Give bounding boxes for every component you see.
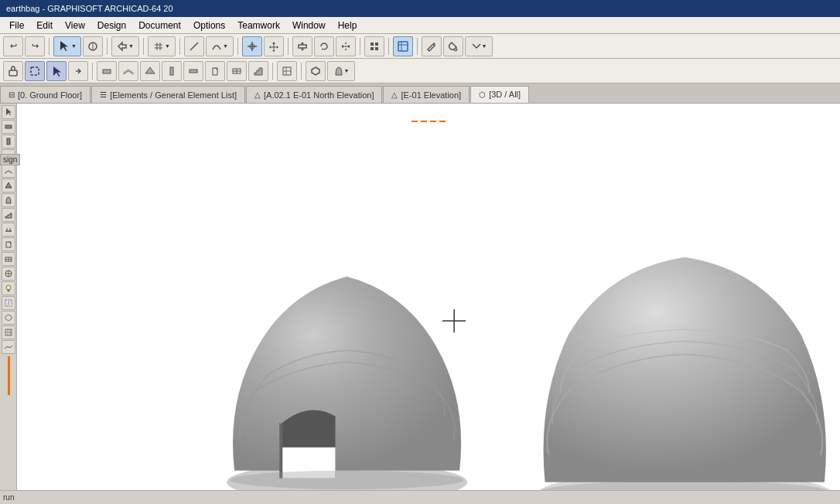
window-tool[interactable]: [227, 61, 247, 81]
sep3: [143, 38, 144, 55]
menu-file[interactable]: File: [3, 19, 30, 32]
pointer-tool[interactable]: ▼: [53, 36, 81, 56]
crosshair-select[interactable]: [242, 36, 262, 56]
canvas-area[interactable]: [17, 104, 840, 504]
svg-rect-16: [398, 42, 408, 51]
sep4: [179, 38, 180, 55]
rotate-tool[interactable]: [314, 36, 334, 56]
sep10: [92, 63, 93, 80]
lbox-morph-tool[interactable]: [2, 311, 15, 325]
tab-e01-elevation[interactable]: △ [E-01 Elevation]: [383, 86, 470, 103]
door-tool[interactable]: [205, 61, 225, 81]
tab-north-elevation[interactable]: △ [A.02.1 E-01 North Elevation]: [246, 86, 382, 103]
lbox-lamp-tool[interactable]: [2, 281, 15, 295]
fill-tool[interactable]: [443, 36, 463, 56]
menu-view[interactable]: View: [59, 19, 91, 32]
lbox-zone-tool[interactable]: Z: [2, 296, 15, 310]
lbox-curtainwall-tool[interactable]: [2, 325, 15, 339]
svg-rect-10: [299, 45, 306, 48]
sep1: [49, 38, 50, 55]
lbox-door-tool[interactable]: [2, 237, 15, 251]
arc-tool[interactable]: ▼: [206, 36, 234, 56]
menu-options[interactable]: Options: [187, 19, 231, 32]
select-btn[interactable]: [25, 61, 45, 81]
dash4: [439, 121, 446, 122]
toolbar-1: ↩ ↪ ▼ ▼ ▼ ▼: [0, 34, 840, 59]
wall-tool[interactable]: [97, 61, 117, 81]
tab-bar: ⊟ [0. Ground Floor] ☰ [Elements / Genera…: [0, 83, 840, 104]
roof-tool[interactable]: [140, 61, 160, 81]
sep12: [301, 63, 302, 80]
dash3: [430, 121, 436, 122]
select-pointer-tool[interactable]: [2, 105, 15, 119]
special-tool[interactable]: [393, 36, 413, 56]
redo-button[interactable]: ↪: [25, 36, 45, 56]
pan-tool[interactable]: [3, 61, 23, 81]
lbox-slab-tool[interactable]: [2, 164, 15, 178]
lbox-stair-tool[interactable]: [2, 208, 15, 222]
floor-plan-icon: ⊟: [9, 90, 15, 99]
lbox-wall-tool[interactable]: [2, 120, 15, 134]
slab-tool[interactable]: [118, 61, 138, 81]
beam-tool[interactable]: [183, 61, 203, 81]
menu-window[interactable]: Window: [286, 19, 332, 32]
right-arrow-btn[interactable]: [68, 61, 88, 81]
array-tool[interactable]: [364, 36, 384, 56]
svg-point-43: [6, 285, 11, 290]
more-dropdown[interactable]: ▼: [465, 36, 493, 56]
svg-rect-13: [375, 43, 378, 46]
undo-button[interactable]: ↩: [3, 36, 23, 56]
tab-3d-all-label: [3D / All]: [489, 90, 521, 99]
status-text: run: [3, 493, 14, 502]
menu-teamwork[interactable]: Teamwork: [231, 19, 286, 32]
menu-help[interactable]: Help: [332, 19, 364, 32]
menu-edit[interactable]: Edit: [30, 19, 59, 32]
morph-tool[interactable]: [306, 61, 326, 81]
arrow-tool[interactable]: ▼: [111, 36, 139, 56]
lbox-column-tool[interactable]: [2, 135, 15, 148]
eyedrop-tool[interactable]: [83, 36, 103, 56]
tab-ground-floor-label: [0. Ground Floor]: [18, 90, 82, 100]
pointer-btn2[interactable]: [46, 61, 67, 81]
app-title: earthbag - GRAPHISOFT ARCHICAD-64 20: [6, 4, 173, 13]
menu-bar: File Edit View Design Document Options T…: [0, 17, 840, 34]
move-tool[interactable]: [264, 36, 284, 56]
tab-3d-all[interactable]: ⬡ [3D / All]: [470, 86, 529, 103]
lbox-mesh-tool[interactable]: [2, 340, 15, 354]
svg-rect-14: [370, 47, 374, 50]
lbox-window-tool[interactable]: [2, 252, 15, 266]
grid-tool[interactable]: ▼: [148, 36, 176, 56]
stretch-tool[interactable]: [292, 36, 312, 56]
sep11: [272, 63, 273, 80]
tab-e01-elevation-label: [E-01 Elevation]: [401, 90, 461, 100]
lbox-shell-tool[interactable]: [2, 193, 15, 207]
line-tool[interactable]: [184, 36, 204, 56]
tab-ground-floor[interactable]: ⊟ [0. Ground Floor]: [0, 86, 90, 103]
curtain-wall-tool[interactable]: [277, 61, 297, 81]
lbox-roof-tool[interactable]: [2, 179, 15, 192]
title-bar: earthbag - GRAPHISOFT ARCHICAD-64 20: [0, 0, 840, 17]
main-area: Z sign: [0, 104, 840, 504]
lbox-object-tool[interactable]: [2, 267, 15, 281]
mirror-tool[interactable]: [336, 36, 356, 56]
column-tool[interactable]: [162, 61, 182, 81]
menu-document[interactable]: Document: [132, 19, 187, 32]
status-bar: run: [0, 490, 840, 504]
lbox-railing-tool[interactable]: [2, 223, 15, 237]
sep7: [360, 38, 360, 55]
orange-indicator: [8, 356, 10, 395]
svg-point-54: [230, 471, 463, 489]
dash1: [411, 121, 418, 122]
svg-rect-22: [103, 70, 111, 73]
svg-rect-20: [9, 70, 17, 76]
stair-tool[interactable]: [248, 61, 268, 81]
orange-dashes: [411, 121, 446, 122]
menu-design[interactable]: Design: [91, 19, 132, 32]
pencil-tool[interactable]: [422, 36, 442, 56]
sep8: [388, 38, 389, 55]
svg-line-6: [190, 43, 198, 50]
tab-elements-list[interactable]: ☰ [Elements / General Element List]: [91, 86, 245, 103]
elevation2-icon: △: [391, 90, 398, 99]
tab-north-elevation-label: [A.02.1 E-01 North Elevation]: [264, 90, 374, 100]
shell-tool[interactable]: ▼: [327, 61, 355, 81]
